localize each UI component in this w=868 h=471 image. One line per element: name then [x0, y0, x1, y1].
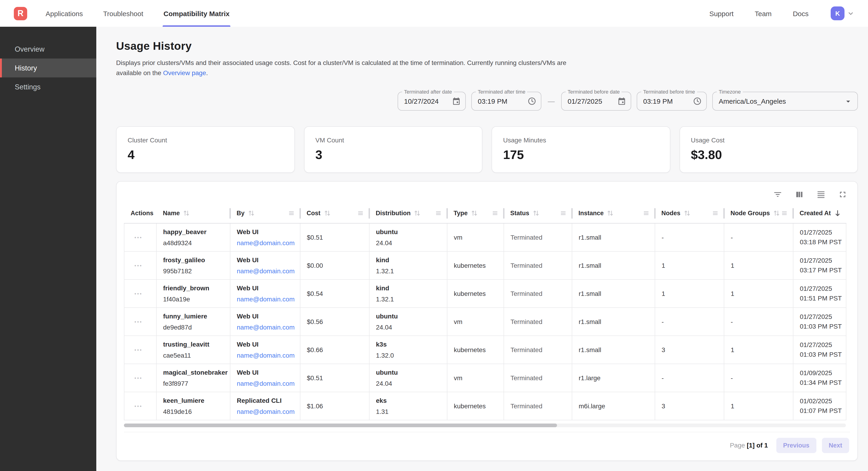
column-label: Cost: [307, 210, 320, 217]
row-version: 1.32.0: [376, 351, 443, 359]
avatar[interactable]: K: [831, 6, 844, 20]
sort-arrows-icon[interactable]: [773, 210, 780, 217]
row-actions-button[interactable]: •••: [132, 317, 144, 326]
tab-applications[interactable]: Applications: [45, 0, 83, 27]
row-actions-button[interactable]: •••: [132, 345, 144, 354]
filter-icon[interactable]: [773, 190, 782, 199]
next-page-button[interactable]: Next: [822, 438, 849, 453]
column-menu-icon[interactable]: [357, 210, 364, 217]
row-type: kubernetes: [454, 290, 486, 297]
horizontal-scrollbar[interactable]: [124, 423, 846, 427]
column-header-cost[interactable]: Cost: [300, 204, 369, 223]
page-title: Usage History: [116, 40, 858, 53]
cell-distribution: ubuntu24.04: [369, 307, 447, 335]
column-header-node-groups[interactable]: Node Groups: [724, 204, 793, 223]
terminated-before-date-field[interactable]: Terminated before date 01/27/2025: [561, 92, 631, 111]
row-created-date: 01/27/2025: [800, 228, 842, 237]
column-menu-icon[interactable]: [712, 210, 718, 217]
terminated-after-date-field[interactable]: Terminated after date 10/27/2024: [398, 92, 466, 111]
column-header-name[interactable]: Name: [156, 204, 230, 223]
cell-distribution: k3s1.32.0: [369, 335, 447, 364]
row-actions-button[interactable]: •••: [132, 289, 144, 298]
app-root: R ApplicationsTroubleshootCompatibility …: [0, 0, 868, 471]
row-created-time: 01:51 PM PST: [800, 293, 842, 303]
column-header-type[interactable]: Type: [447, 204, 504, 223]
cell-instance: r1.small: [572, 335, 655, 364]
by-email-link[interactable]: name@domain.com: [237, 407, 296, 415]
row-node-groups: 1: [731, 262, 734, 269]
column-menu-icon[interactable]: [781, 210, 787, 217]
fullscreen-icon[interactable]: [838, 190, 847, 199]
sort-desc-icon[interactable]: [834, 210, 841, 217]
sort-arrows-icon[interactable]: [607, 210, 614, 217]
sort-arrows-icon[interactable]: [471, 210, 478, 217]
row-nodes: -: [661, 233, 664, 241]
timezone-select[interactable]: Timezone America/Los_Angeles: [712, 92, 858, 111]
row-actions-button[interactable]: •••: [132, 233, 144, 242]
column-menu-icon[interactable]: [643, 210, 649, 217]
clock-icon[interactable]: [523, 97, 536, 106]
tab-compatibility-matrix[interactable]: Compatibility Matrix: [163, 0, 230, 27]
column-header-distribution[interactable]: Distribution: [369, 204, 447, 223]
column-menu-icon[interactable]: [435, 210, 442, 217]
clock-icon[interactable]: [688, 97, 702, 106]
sidebar-item-settings[interactable]: Settings: [0, 78, 96, 96]
page-indicator-label: Page: [730, 442, 745, 449]
overview-page-link[interactable]: Overview page: [163, 69, 206, 76]
row-distribution: kind: [376, 284, 443, 292]
nav-link-docs[interactable]: Docs: [793, 9, 809, 17]
sort-arrows-icon[interactable]: [684, 210, 691, 217]
row-actions-button[interactable]: •••: [132, 261, 144, 270]
cell-cost: $0.66: [300, 335, 369, 364]
nav-link-team[interactable]: Team: [755, 9, 772, 17]
calendar-icon[interactable]: [447, 97, 461, 106]
sort-arrows-icon[interactable]: [183, 210, 190, 217]
column-header-status[interactable]: Status: [504, 204, 572, 223]
column-header-by[interactable]: By: [230, 204, 300, 223]
cell-by: Web UIname@domain.com: [230, 251, 300, 279]
dropdown-arrow-icon[interactable]: [839, 96, 853, 106]
stat-label: Usage Minutes: [503, 137, 659, 144]
chevron-down-icon[interactable]: [847, 10, 854, 17]
row-version: 1.32.1: [376, 295, 443, 303]
row-distribution: ubuntu: [376, 312, 443, 320]
density-icon[interactable]: [816, 190, 826, 199]
tab-troubleshoot[interactable]: Troubleshoot: [103, 0, 143, 27]
sidebar-item-overview[interactable]: Overview: [0, 40, 96, 59]
sidebar-item-history[interactable]: History: [0, 59, 96, 78]
replicated-logo[interactable]: R: [14, 7, 27, 20]
column-header-nodes[interactable]: Nodes: [655, 204, 724, 223]
account-menu[interactable]: K: [831, 6, 854, 20]
row-distribution: ubuntu: [376, 228, 443, 236]
cell-name: frosty_galileo995b7182: [156, 251, 230, 279]
nav-link-support[interactable]: Support: [709, 9, 734, 17]
terminated-before-time-field[interactable]: Terminated before time 03:19 PM: [637, 92, 707, 111]
cell-status: Terminated: [504, 364, 572, 392]
column-header-created-at[interactable]: Created At: [793, 204, 846, 223]
row-by-source: Web UI: [237, 312, 296, 320]
cell-status: Terminated: [504, 223, 572, 251]
sort-arrows-icon[interactable]: [248, 210, 255, 217]
column-menu-icon[interactable]: [288, 210, 294, 217]
columns-icon[interactable]: [795, 190, 804, 199]
previous-page-button[interactable]: Previous: [776, 438, 816, 453]
by-email-link[interactable]: name@domain.com: [237, 379, 296, 387]
scrollbar-thumb[interactable]: [124, 423, 557, 427]
sort-arrows-icon[interactable]: [533, 210, 539, 217]
terminated-after-time-field[interactable]: Terminated after time 03:19 PM: [471, 92, 541, 111]
sort-arrows-icon[interactable]: [414, 210, 421, 217]
by-email-link[interactable]: name@domain.com: [237, 295, 296, 303]
column-menu-icon[interactable]: [560, 210, 566, 217]
column-header-instance[interactable]: Instance: [572, 204, 655, 223]
row-node-groups: 1: [731, 290, 734, 297]
by-email-link[interactable]: name@domain.com: [237, 238, 296, 247]
calendar-icon[interactable]: [613, 97, 626, 106]
row-actions-button[interactable]: •••: [132, 401, 144, 410]
sort-arrows-icon[interactable]: [324, 210, 331, 217]
row-nodes: 3: [661, 346, 665, 353]
by-email-link[interactable]: name@domain.com: [237, 351, 296, 359]
column-menu-icon[interactable]: [491, 210, 498, 217]
by-email-link[interactable]: name@domain.com: [237, 323, 296, 331]
by-email-link[interactable]: name@domain.com: [237, 267, 296, 275]
row-actions-button[interactable]: •••: [132, 373, 144, 382]
